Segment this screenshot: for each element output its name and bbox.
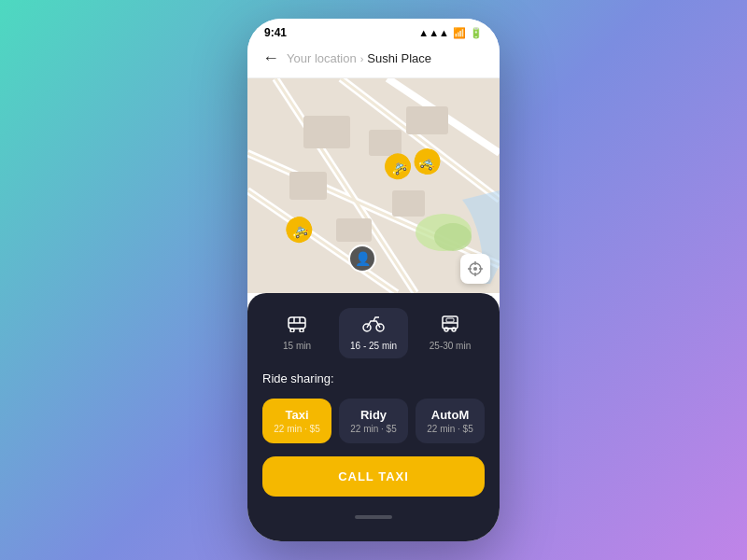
phone-frame: 9:41 ▲▲▲ 📶 🔋 ← Your location › Sushi Pla… (247, 19, 500, 541)
ridy-name: Ridy (360, 408, 387, 422)
breadcrumb-separator: › (360, 53, 364, 64)
svg-rect-12 (303, 116, 350, 148)
ride-options: Taxi 22 min · $5 Ridy 22 min · $5 AutoM … (262, 399, 485, 443)
call-taxi-button[interactable]: CALL TAXI (262, 456, 485, 497)
train-icon (440, 315, 460, 337)
transport-option-train[interactable]: 25-30 min (416, 308, 485, 358)
home-bar (355, 515, 392, 519)
user-avatar-marker: 👤 (348, 245, 376, 273)
location-button[interactable] (460, 254, 490, 284)
ridy-detail: 22 min · $5 (350, 424, 396, 434)
autom-detail: 22 min · $5 (427, 424, 472, 434)
ride-option-ridy[interactable]: Ridy 22 min · $5 (339, 399, 408, 443)
home-indicator (262, 510, 485, 521)
status-time: 9:41 (264, 26, 287, 39)
svg-rect-16 (336, 218, 372, 242)
transport-option-moto[interactable]: 16 - 25 min (339, 308, 408, 358)
svg-point-35 (300, 329, 303, 332)
svg-rect-14 (289, 172, 327, 200)
ride-option-taxi[interactable]: Taxi 22 min · $5 (262, 399, 331, 443)
header: ← Your location › Sushi Place (247, 43, 500, 78)
svg-rect-15 (406, 106, 448, 134)
breadcrumb: Your location › Sushi Place (287, 51, 431, 65)
status-icons: ▲▲▲ 📶 🔋 (418, 27, 483, 39)
wifi-icon: 📶 (453, 27, 466, 39)
bottom-panel: 15 min 16 - 25 min (247, 293, 500, 541)
map-area: 🚕 🚕 🚕 👤 (247, 78, 500, 293)
signal-icon: ▲▲▲ (418, 27, 449, 38)
battery-icon: 🔋 (470, 27, 483, 39)
svg-rect-17 (392, 190, 425, 217)
taxi-name: Taxi (285, 408, 308, 422)
breadcrumb-location: Your location (287, 51, 357, 65)
ride-option-autom[interactable]: AutoM 22 min · $5 (416, 399, 485, 443)
svg-point-25 (473, 267, 477, 271)
train-time: 25-30 min (430, 341, 471, 351)
svg-rect-43 (446, 318, 454, 322)
transport-options: 15 min 16 - 25 min (262, 308, 485, 358)
breadcrumb-destination: Sushi Place (367, 51, 431, 65)
ride-sharing-label: Ride sharing: (262, 371, 485, 385)
status-bar: 9:41 ▲▲▲ 📶 🔋 (247, 19, 500, 43)
moto-time: 16 - 25 min (350, 341, 397, 351)
transport-option-bus[interactable]: 15 min (262, 308, 331, 358)
bus-icon (287, 315, 307, 337)
svg-point-34 (290, 329, 294, 332)
moto-icon (362, 315, 385, 337)
autom-name: AutoM (431, 408, 469, 422)
taxi-detail: 22 min · $5 (274, 424, 319, 434)
back-button[interactable]: ← (262, 49, 279, 68)
svg-point-11 (434, 223, 472, 251)
bus-time: 15 min (283, 341, 311, 351)
